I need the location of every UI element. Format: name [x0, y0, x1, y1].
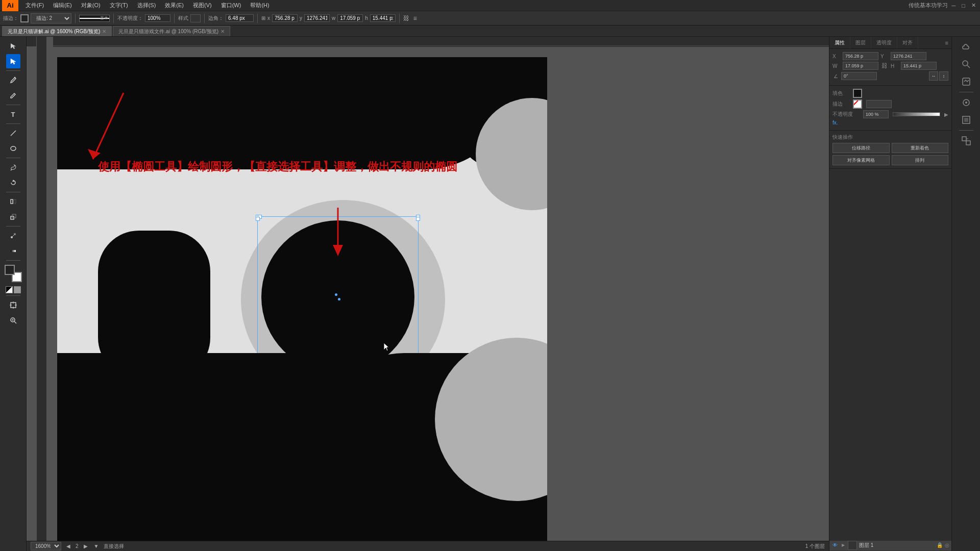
h-input[interactable]	[370, 14, 396, 22]
tab-2[interactable]: 元旦是只猫游戏文件.ai @ 100% (RGB/预览) ✕	[113, 26, 230, 36]
opacity-input[interactable]	[145, 14, 170, 22]
next-page-btn[interactable]: ▶	[83, 543, 89, 549]
x-prop-label: X	[832, 54, 841, 59]
layer-thumbnail	[848, 541, 857, 550]
zoom-select[interactable]: 1600%	[31, 542, 61, 550]
gradient-tool[interactable]	[6, 244, 20, 258]
menu-text[interactable]: 文字(T)	[106, 1, 132, 10]
stroke-width-input[interactable]	[866, 100, 892, 108]
recolor-quick-btn[interactable]: 重新着色	[892, 143, 949, 153]
color-boxes[interactable]	[5, 265, 22, 282]
center-anchor-2	[338, 298, 340, 300]
tab-1-close[interactable]: ✕	[102, 29, 106, 34]
menu-select[interactable]: 选择(S)	[133, 1, 160, 10]
color-mode-icon[interactable]	[6, 286, 13, 293]
menu-help[interactable]: 帮助(H)	[246, 1, 273, 10]
flip-v-btn[interactable]: ↕	[939, 71, 948, 81]
more-options-icon[interactable]: ≡	[413, 15, 417, 22]
blend-tool[interactable]	[6, 229, 20, 243]
menu-file[interactable]: 文件(F)	[21, 1, 48, 10]
svg-point-32	[965, 102, 967, 104]
canvas-area[interactable]: 使用【椭圆工具】绘制圆形，【直接选择工具】调整，做出不规则的椭圆 1600% ◀…	[27, 37, 829, 551]
color-picker-icon[interactable]	[958, 112, 974, 128]
close-icon[interactable]: ✕	[969, 2, 978, 9]
handle-ml[interactable]	[256, 217, 260, 221]
w-prop-input[interactable]	[843, 62, 878, 70]
tab-layers-r[interactable]: 图层	[850, 37, 871, 49]
opacity-prop-input[interactable]	[863, 110, 889, 118]
tool-divider-6	[6, 226, 20, 227]
corner-input[interactable]	[226, 14, 254, 22]
transform-panel-icon[interactable]	[958, 133, 974, 149]
brush-preset-icon[interactable]	[958, 94, 974, 111]
handle-mr[interactable]	[416, 217, 420, 221]
y-input[interactable]	[304, 14, 330, 22]
path-offset-quick-btn[interactable]: 位移路径	[832, 143, 890, 153]
paintbrush-tool[interactable]	[6, 160, 20, 174]
align-pixel-quick-btn[interactable]: 对齐像素网格	[832, 155, 890, 165]
direct-selection-tool[interactable]	[6, 54, 20, 68]
selection-tool[interactable]	[6, 39, 20, 53]
chain-icon[interactable]: ⛓	[880, 62, 889, 69]
h-prop-input[interactable]	[901, 62, 937, 70]
minimize-icon[interactable]: ─	[950, 3, 958, 9]
layer-expand-icon[interactable]: ▶	[841, 543, 846, 548]
menu-object[interactable]: 对象(O)	[77, 1, 105, 10]
menu-window[interactable]: 窗口(W)	[217, 1, 246, 10]
center-anchor-1	[335, 293, 337, 296]
shape-pupil[interactable]	[261, 220, 414, 373]
line-tool[interactable]	[6, 126, 20, 140]
stroke-color-swatch[interactable]	[20, 14, 29, 22]
tab-transparency[interactable]: 透明度	[871, 37, 897, 49]
stock-icon[interactable]	[958, 73, 974, 90]
tab-align[interactable]: 对齐	[897, 37, 918, 49]
angle-input[interactable]	[841, 72, 877, 80]
far-right-divider-1	[959, 92, 973, 92]
menu-edit[interactable]: 编辑(E)	[49, 1, 76, 10]
artwork-canvas[interactable]: 使用【椭圆工具】绘制圆形，【直接选择工具】调整，做出不规则的椭圆	[57, 57, 547, 542]
w-input[interactable]	[337, 14, 363, 22]
ruler-corner	[27, 37, 37, 47]
menu-view[interactable]: 视图(V)	[189, 1, 216, 10]
layer-target-icon[interactable]: ◎	[945, 542, 949, 548]
layer-visibility-icon[interactable]: 👁	[831, 542, 839, 549]
handle-tl[interactable]	[256, 215, 260, 219]
opacity-expand-icon[interactable]: ▶	[944, 112, 948, 117]
constrain-proportions-icon[interactable]: ⛓	[403, 15, 409, 22]
stroke-prop-swatch[interactable]	[853, 99, 862, 109]
layer-lock-icon[interactable]: 🔒	[937, 542, 943, 548]
handle-tr[interactable]	[416, 215, 420, 219]
x-prop-input[interactable]	[843, 52, 878, 60]
tab-2-close[interactable]: ✕	[220, 29, 225, 34]
pencil-tool[interactable]	[6, 88, 20, 103]
flip-h-btn[interactable]: ↔	[929, 71, 938, 81]
pen-tool[interactable]	[6, 73, 20, 87]
layer-row-1[interactable]: 👁 ▶ 图层 1 🔒 ◎	[829, 540, 951, 551]
opacity-prop-track[interactable]	[893, 112, 940, 116]
search-icon[interactable]	[958, 56, 974, 72]
y-prop-input[interactable]	[891, 52, 926, 60]
none-mode-icon[interactable]	[14, 286, 21, 293]
creative-cloud-icon[interactable]	[958, 39, 974, 55]
props-menu-btn[interactable]: ≡	[942, 40, 951, 46]
maximize-icon[interactable]: □	[960, 3, 967, 9]
arrange-quick-btn[interactable]: 排列	[892, 155, 949, 165]
zoom-tool[interactable]	[6, 313, 20, 328]
ellipse-tool[interactable]	[6, 141, 20, 156]
prev-page-btn[interactable]: ◀	[65, 543, 71, 549]
fill-prop-swatch[interactable]	[853, 89, 862, 98]
menu-bar: Ai 文件(F) 编辑(E) 对象(O) 文字(T) 选择(S) 效果(E) 视…	[0, 0, 980, 11]
nav-options-btn[interactable]: ▼	[93, 543, 100, 549]
x-input[interactable]	[272, 14, 298, 22]
stroke-width-select[interactable]: 描边: 2	[31, 13, 71, 23]
reflect-tool[interactable]	[6, 194, 20, 209]
text-tool[interactable]: T	[6, 107, 20, 121]
style-preview[interactable]	[190, 14, 201, 22]
tab-props[interactable]: 属性	[829, 37, 850, 49]
menu-effect[interactable]: 效果(E)	[161, 1, 188, 10]
scale-tool[interactable]	[6, 210, 20, 224]
tab-1[interactable]: 元旦是只猫讲解.ai @ 1600% (RGB/预览) ✕	[2, 26, 112, 36]
artboard-tool[interactable]	[6, 298, 20, 312]
rotate-tool[interactable]	[6, 176, 20, 190]
handle-tc[interactable]	[258, 215, 262, 219]
